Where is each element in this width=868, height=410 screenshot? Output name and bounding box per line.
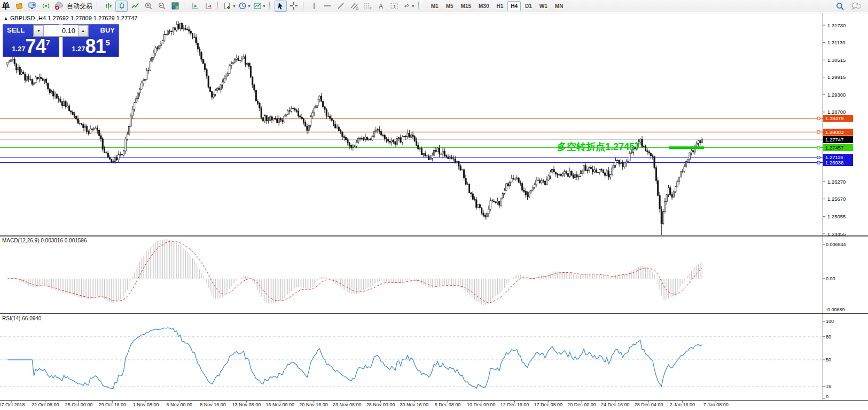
volume-increase-button[interactable]: ▲	[78, 25, 88, 36]
signals-icon[interactable]	[40, 1, 52, 12]
search-icon[interactable]	[834, 1, 846, 12]
price-tick: 1.25670	[827, 196, 846, 202]
tile-windows-icon[interactable]	[169, 1, 181, 12]
price-tick: 1.31730	[827, 22, 846, 28]
time-axis-label: 13 Nov 08:00	[232, 402, 261, 407]
timeframe-mn[interactable]: MN	[552, 1, 567, 11]
time-axis-label: 28 Dec 04:00	[635, 402, 663, 407]
auto-trading-icon[interactable]	[53, 1, 65, 12]
toolbar-separator	[303, 2, 306, 10]
timeframe-h4[interactable]: H4	[507, 1, 521, 11]
templates-icon[interactable]: ▼	[253, 1, 267, 12]
timeframe-m1[interactable]: M1	[428, 1, 442, 11]
horizontal-line-tool-icon[interactable]	[322, 1, 334, 12]
text-label-tool-icon[interactable]: T	[388, 1, 401, 12]
toolbar-separator	[97, 2, 99, 10]
sell-price-sup: 7	[46, 38, 50, 47]
time-axis-label: 24 Dec 16:00	[601, 402, 630, 407]
chat-icon[interactable]	[850, 1, 862, 12]
price-tick: 1.30515	[827, 57, 846, 63]
rsi-axis-label: 50	[826, 357, 831, 362]
buy-price-main: 81	[85, 37, 105, 56]
bar-chart-icon[interactable]	[102, 1, 114, 12]
time-axis-label: 5 Dec 08:00	[435, 402, 461, 407]
buy-price: 1.27 81 5	[63, 37, 119, 56]
candlestick-chart-icon[interactable]	[115, 1, 128, 12]
svg-text:T: T	[393, 4, 396, 9]
time-axis-label: 8 Nov 16:00	[200, 402, 226, 407]
time-axis-label: 25 Oct 00:00	[65, 402, 93, 407]
price-badge: 1.27747	[823, 136, 853, 143]
equidistant-channel-tool-icon[interactable]: E	[348, 1, 361, 12]
price-badge: 1.28003	[823, 129, 853, 136]
price-badge: 1.27457	[823, 144, 853, 151]
time-axis-label: 20 Dec 00:00	[567, 402, 596, 407]
indicators-icon[interactable]: ▼	[223, 1, 237, 12]
time-axis-label: 30 Nov 16:00	[400, 402, 428, 407]
time-axis-label: 28 Nov 00:00	[366, 402, 395, 407]
time-axis-label: 16 Nov 00:00	[265, 402, 294, 407]
price-tick: 1.26270	[827, 179, 846, 185]
time-axis-label: 1 Nov 08:00	[133, 402, 159, 407]
price-badge: 1.28479	[823, 115, 853, 122]
rsi-axis-label: 100	[826, 319, 834, 324]
timeframe-group: M1M5M15M30H1H4D1W1MN	[427, 1, 567, 11]
line-chart-icon[interactable]	[129, 1, 141, 12]
main-toolbar: 单 自动交易 ▼ ▼ ▼	[0, 0, 868, 12]
trendline-tool-icon[interactable]	[335, 1, 347, 12]
timeframe-h1[interactable]: H1	[493, 1, 506, 11]
auto-scroll-icon[interactable]	[189, 1, 201, 12]
zoom-in-icon[interactable]	[142, 1, 154, 12]
timeframe-w1[interactable]: W1	[536, 1, 551, 11]
auto-trading-label[interactable]: 自动交易	[67, 2, 92, 11]
buy-price-sup: 5	[106, 38, 110, 47]
chevron-down-icon: ▼	[411, 4, 415, 8]
one-click-trading-panel: SELL 1.27 74 7 BUY 1.27 81 5 ▼ 0.10 ▲	[3, 24, 119, 57]
buy-price-prefix: 1.27	[72, 45, 85, 53]
timeframe-m30[interactable]: M30	[475, 1, 492, 11]
collapse-arrow-icon[interactable]: ▲	[4, 16, 8, 21]
macd-axis-label: -0.00689	[826, 307, 845, 312]
sell-price-main: 74	[25, 37, 45, 56]
macd-axis-label: 0.006844	[826, 242, 846, 247]
toolbar-separator	[418, 2, 421, 10]
time-axis-label: 12 Dec 16:00	[501, 402, 529, 407]
journal-icon[interactable]	[13, 1, 25, 12]
crosshair-tool-icon[interactable]	[288, 1, 300, 12]
price-tick: 1.29915	[827, 74, 846, 80]
chart-shift-icon[interactable]	[202, 1, 215, 12]
volume-decrease-button[interactable]: ▼	[34, 25, 44, 36]
chart-title: ▲GBPUSD-,H4 1.27692 1.27809 1.27629 1.27…	[4, 15, 137, 21]
price-tick: 1.24455	[827, 231, 846, 237]
time-axis-label: 23 Nov 08:00	[333, 402, 362, 407]
price-tick: 1.31130	[827, 40, 846, 45]
time-axis-label: 2 Jan 16:00	[670, 402, 695, 407]
cursor-tool-icon[interactable]	[275, 1, 287, 12]
time-axis-label: 29 Oct 16:00	[99, 402, 127, 407]
volume-input[interactable]: 0.10	[44, 25, 78, 36]
sell-price: 1.27 74 7	[3, 37, 59, 56]
macd-indicator-label: MACD(12,26,9) 0.003016 0.001596	[2, 238, 87, 243]
rsi-axis-label: 15	[826, 384, 831, 389]
zoom-out-icon[interactable]	[155, 1, 168, 12]
volume-spinner: ▼ 0.10 ▲	[33, 25, 89, 37]
timeframe-d1[interactable]: D1	[522, 1, 535, 11]
periods-icon[interactable]: ▼	[238, 1, 252, 12]
order-menu-button[interactable]: 单	[0, 1, 12, 12]
time-axis-label: 10 Dec 00:00	[467, 402, 496, 407]
time-axis-label: 17 Oct 2018	[0, 402, 25, 407]
toolbar-separator	[184, 2, 186, 10]
new-order-icon[interactable]	[26, 1, 38, 12]
price-tick: 1.29300	[827, 92, 846, 98]
text-tool-icon[interactable]: A	[375, 1, 387, 12]
fibonacci-tool-icon[interactable]: F	[362, 1, 374, 12]
chart-canvas[interactable]	[0, 0, 868, 410]
timeframe-m15[interactable]: M15	[458, 1, 474, 11]
arrows-tool-icon[interactable]: ▼	[402, 1, 416, 12]
price-tick: 1.28700	[827, 109, 846, 115]
chart-annotation: 多空转折点1.27457	[557, 140, 640, 153]
price-badge: 1.26936	[823, 159, 853, 166]
rsi-indicator-label: RSI(14) 66.0940	[2, 316, 41, 321]
timeframe-m5[interactable]: M5	[443, 1, 457, 11]
vertical-line-tool-icon[interactable]	[308, 1, 320, 12]
